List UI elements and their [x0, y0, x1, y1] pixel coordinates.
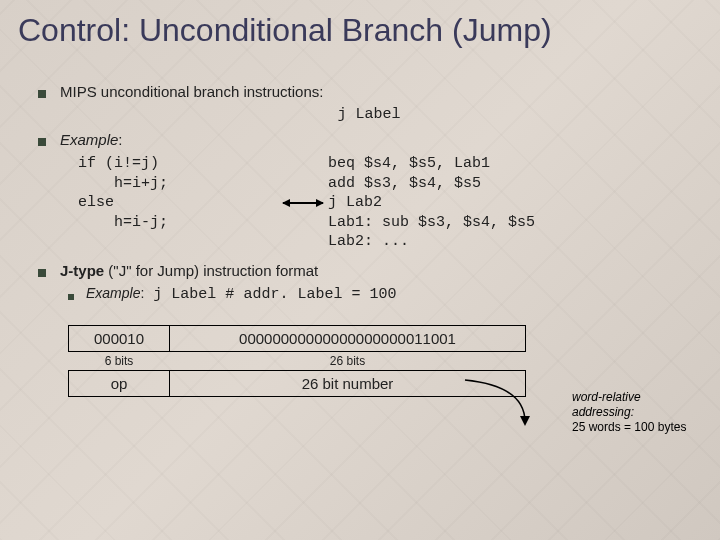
bullet-text-1: MIPS unconditional branch instructions:	[60, 83, 323, 100]
instruction-format-table: 000010 00000000000000000000011001 6 bits…	[68, 325, 526, 397]
slide-content: MIPS unconditional branch instructions: …	[0, 55, 720, 397]
bullet-icon	[38, 269, 46, 277]
bits-op-label: 6 bits	[69, 351, 170, 370]
bullet-text-3: J-type ("J" for Jump) instruction format	[60, 262, 318, 279]
code-c: if (i!=j) h=i+j; else h=i-j;	[78, 154, 278, 252]
addressing-note: word-relative addressing: 25 words = 100…	[572, 390, 702, 435]
bits-addr-label: 26 bits	[170, 351, 526, 370]
bullet-icon	[38, 138, 46, 146]
sub-example-text: Example: j Label # addr. Label = 100	[86, 285, 396, 303]
code-example-block: if (i!=j) h=i+j; else h=i-j; beq $s4, $s…	[78, 154, 700, 252]
opcode-cell: 000010	[69, 325, 170, 351]
bullet-icon	[38, 90, 46, 98]
code-mips: beq $s4, $s5, Lab1 add $s3, $s4, $s5 j L…	[328, 154, 535, 252]
field-addr-label: 26 bit number	[170, 370, 526, 396]
double-arrow-icon	[283, 202, 323, 204]
address-cell: 00000000000000000000011001	[170, 325, 526, 351]
j-instruction: j Label	[38, 106, 700, 123]
bullet-text-2: Example:	[60, 131, 123, 148]
field-op-label: op	[69, 370, 170, 396]
slide-title: Control: Unconditional Branch (Jump)	[0, 0, 720, 55]
bullet-icon	[68, 294, 74, 300]
